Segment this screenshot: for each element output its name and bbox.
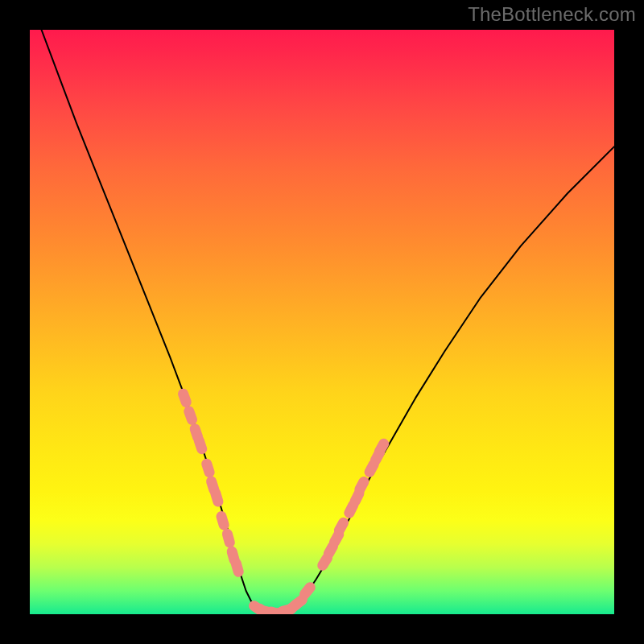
curve-marker [221,527,236,549]
curve-marker [176,387,192,409]
curve-marker [182,405,198,427]
markers-group [176,387,390,614]
plot-area [30,30,614,614]
curve-group [42,30,614,614]
curve-layer [30,30,614,614]
watermark-label: TheBottleneck.com [468,3,636,26]
curve-marker [215,510,230,531]
chart-frame: TheBottleneck.com [0,0,644,644]
bottleneck-curve [42,30,614,614]
curve-marker [200,457,217,479]
